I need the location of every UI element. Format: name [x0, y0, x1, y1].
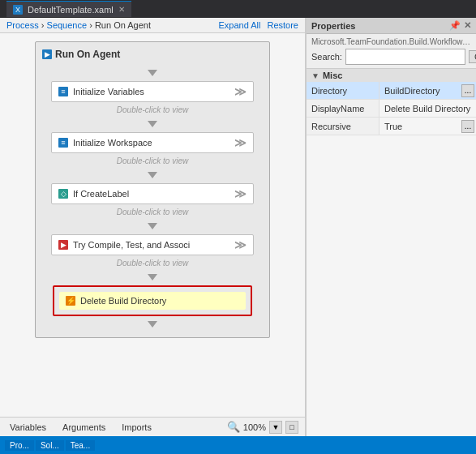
- expand-icon-1: ≫: [234, 85, 247, 98]
- displayname-value: Delete Build Directory: [380, 100, 476, 117]
- activity-delete-build-directory[interactable]: ⚡ Delete Build Directory: [59, 292, 246, 310]
- init-workspace-icon: ≡: [58, 138, 68, 148]
- displayname-label: DisplayName: [307, 100, 380, 117]
- recursive-ellipsis-button[interactable]: ...: [461, 120, 474, 133]
- zoom-level: 100%: [243, 422, 266, 432]
- run-on-agent-icon: ▶: [42, 49, 52, 59]
- breadcrumb-process[interactable]: Process: [6, 20, 39, 30]
- imports-tab[interactable]: Imports: [118, 421, 155, 434]
- run-on-agent-container: ▶ Run On Agent ≡ Initialize Variables ≫: [35, 41, 270, 338]
- status-item-sol[interactable]: Sol...: [36, 440, 64, 451]
- expand-icon-3: ≫: [234, 187, 247, 200]
- close-properties-icon[interactable]: ✕: [464, 20, 471, 31]
- properties-header: Microsoft.TeamFoundation.Build.Workflow.…: [307, 34, 476, 69]
- property-row-recursive[interactable]: Recursive True ...: [307, 118, 476, 135]
- arrow-connector-4: [148, 223, 157, 229]
- double-click-hint-3: Double-click to view: [117, 208, 188, 216]
- restore-button[interactable]: Restore: [267, 20, 298, 30]
- search-label: Search:: [311, 52, 342, 62]
- delete-build-dir-icon: ⚡: [66, 296, 75, 306]
- breadcrumb-current: Run On Agent: [95, 20, 151, 30]
- properties-table: ▼ Misc Directory BuildDirectory ... Disp…: [307, 69, 476, 436]
- selected-activity-highlight: ⚡ Delete Build Directory: [53, 285, 252, 316]
- zoom-down-button[interactable]: ▼: [269, 421, 282, 434]
- xaml-icon: X: [13, 5, 23, 15]
- status-bar: Pro... Sol... Tea...: [0, 436, 476, 454]
- arrow-connector-6: [148, 321, 157, 328]
- pin-icon[interactable]: 📌: [449, 20, 461, 31]
- run-on-agent-title: Run On Agent: [55, 49, 120, 60]
- properties-title: Properties: [311, 21, 355, 31]
- sequence-group: ≡ Initialize Variables ≫ Double-click to…: [42, 79, 263, 331]
- misc-section-header: ▼ Misc: [307, 69, 476, 82]
- property-row-displayname[interactable]: DisplayName Delete Build Directory: [307, 100, 476, 118]
- init-variables-icon: ≡: [58, 87, 68, 96]
- document-tab[interactable]: X DefaultTemplate.xaml ✕: [6, 1, 131, 17]
- if-create-label-icon: ◇: [58, 189, 68, 199]
- status-sol-label: Sol...: [41, 441, 59, 450]
- directory-value: BuildDirectory ...: [380, 82, 476, 99]
- double-click-hint-1: Double-click to view: [117, 105, 188, 114]
- arrow-connector-1: [148, 70, 157, 76]
- arrow-connector-5: [148, 274, 157, 281]
- status-pro-label: Pro...: [10, 441, 29, 450]
- bottom-toolbar: Variables Arguments Imports 🔍 100% ▼ □: [0, 417, 305, 436]
- expand-icon-4: ≫: [234, 238, 247, 251]
- properties-title-bar: Properties 📌 ✕: [307, 18, 476, 34]
- activity-init-workspace[interactable]: ≡ Initialize Workspace ≫: [51, 132, 254, 153]
- workflow-canvas[interactable]: ▶ Run On Agent ≡ Initialize Variables ≫: [0, 33, 305, 417]
- try-compile-icon: ▶: [58, 240, 68, 250]
- recursive-label: Recursive: [307, 118, 380, 135]
- zoom-controls: 🔍 100% ▼ □: [227, 421, 298, 434]
- if-create-label-name: If CreateLabel: [73, 189, 129, 199]
- breadcrumb-bar: Process › Sequence › Run On Agent Expand…: [0, 18, 305, 33]
- search-row: Search: Clear: [311, 49, 471, 65]
- activity-if-create-label[interactable]: ◇ If CreateLabel ≫: [51, 183, 254, 204]
- arguments-tab[interactable]: Arguments: [59, 421, 109, 434]
- delete-build-dir-label: Delete Build Directory: [80, 296, 166, 306]
- expand-icon-2: ≫: [234, 136, 247, 149]
- misc-section-label: Misc: [323, 71, 342, 80]
- search-zoom-icon[interactable]: 🔍: [227, 421, 240, 433]
- misc-toggle-icon[interactable]: ▼: [311, 71, 319, 80]
- activity-container: ▶ Run On Agent ≡ Initialize Variables ≫: [0, 41, 305, 338]
- recursive-value: True ...: [380, 118, 476, 135]
- class-name: Microsoft.TeamFoundation.Build.Workflow.…: [311, 37, 471, 46]
- title-bar: X DefaultTemplate.xaml ✕: [0, 0, 476, 18]
- properties-panel: Properties 📌 ✕ Microsoft.TeamFoundation.…: [306, 18, 476, 436]
- directory-label: Directory: [307, 82, 380, 99]
- run-on-agent-header: ▶ Run On Agent: [42, 49, 120, 60]
- zoom-square-button[interactable]: □: [285, 421, 298, 434]
- expand-all-button[interactable]: Expand All: [218, 20, 260, 30]
- breadcrumb-sequence[interactable]: Sequence: [47, 20, 88, 30]
- double-click-hint-4: Double-click to view: [117, 259, 188, 268]
- clear-search-button[interactable]: Clear: [469, 50, 476, 63]
- init-workspace-label: Initialize Workspace: [73, 138, 152, 148]
- variables-tab[interactable]: Variables: [6, 421, 49, 434]
- activity-init-variables[interactable]: ≡ Initialize Variables ≫: [51, 81, 254, 102]
- status-item-tea[interactable]: Tea...: [66, 440, 95, 451]
- double-click-hint-2: Double-click to view: [117, 156, 188, 165]
- tab-close-button[interactable]: ✕: [118, 5, 125, 14]
- status-item-pro[interactable]: Pro...: [5, 440, 34, 451]
- directory-ellipsis-button[interactable]: ...: [461, 84, 474, 97]
- status-tea-label: Tea...: [71, 441, 90, 450]
- property-row-directory[interactable]: Directory BuildDirectory ...: [307, 82, 476, 100]
- arrow-connector-2: [148, 121, 157, 127]
- activity-try-compile[interactable]: ▶ Try Compile, Test, and Associ ≫: [51, 234, 254, 255]
- workflow-panel: Process › Sequence › Run On Agent Expand…: [0, 18, 306, 436]
- main-layout: Process › Sequence › Run On Agent Expand…: [0, 18, 476, 436]
- breadcrumb-actions: Expand All Restore: [218, 20, 298, 30]
- arrow-connector-3: [148, 172, 157, 178]
- properties-search-input[interactable]: [345, 49, 465, 65]
- init-variables-label: Initialize Variables: [73, 87, 144, 96]
- breadcrumb: Process › Sequence › Run On Agent: [6, 20, 151, 30]
- tab-label: DefaultTemplate.xaml: [28, 5, 114, 15]
- try-compile-label: Try Compile, Test, and Associ: [73, 240, 190, 250]
- properties-title-icons: 📌 ✕: [449, 20, 471, 31]
